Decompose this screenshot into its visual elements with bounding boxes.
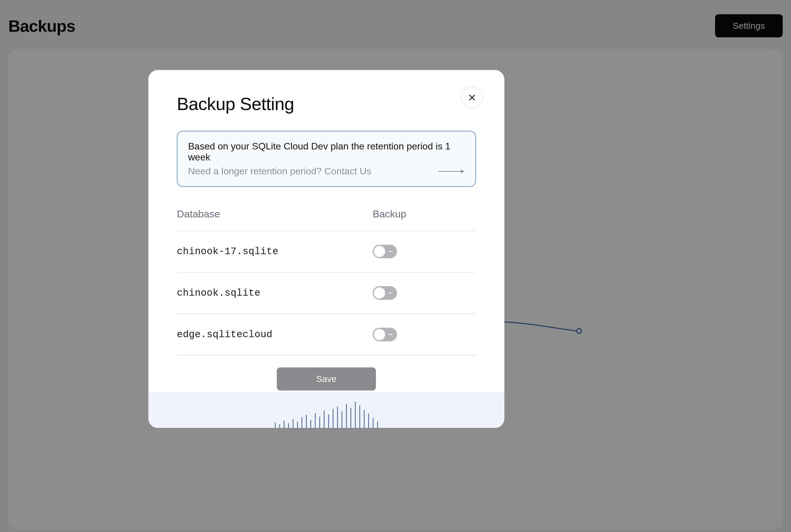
retention-info-banner: Based on your SQLite Cloud Dev plan the …	[177, 131, 476, 187]
close-button[interactable]	[461, 87, 483, 109]
toggle-off-indicator	[388, 251, 392, 252]
database-name: chinook.sqlite	[177, 288, 373, 299]
table-row: edge.sqlitecloud	[177, 314, 476, 356]
backup-toggle[interactable]	[373, 245, 397, 258]
database-name: chinook-17.sqlite	[177, 246, 373, 257]
backup-toggle[interactable]	[373, 286, 397, 300]
bars-decoration	[275, 402, 378, 428]
database-name: edge.sqlitecloud	[177, 329, 373, 340]
column-header-backup: Backup	[373, 208, 406, 220]
banner-secondary-text[interactable]: Need a longer retention period? Contact …	[188, 166, 371, 177]
column-header-database: Database	[177, 208, 373, 220]
table-row: chinook-17.sqlite	[177, 231, 476, 272]
toggle-knob	[374, 329, 385, 340]
toggle-knob	[374, 246, 385, 257]
modal-decoration	[148, 392, 504, 428]
modal-title: Backup Setting	[177, 94, 476, 114]
arrow-right-icon	[439, 169, 465, 174]
toggle-off-indicator	[388, 334, 392, 335]
table-header: Database Backup	[177, 208, 476, 231]
toggle-off-indicator	[388, 293, 392, 293]
backup-setting-modal: Backup Setting Based on your SQLite Clou…	[148, 70, 504, 428]
table-row: chinook.sqlite	[177, 272, 476, 314]
close-icon	[468, 93, 476, 102]
modal-footer: Save	[177, 356, 476, 391]
toggle-knob	[374, 287, 385, 299]
banner-primary-text: Based on your SQLite Cloud Dev plan the …	[188, 141, 465, 163]
backup-toggle[interactable]	[373, 328, 397, 341]
save-button[interactable]: Save	[277, 367, 376, 391]
